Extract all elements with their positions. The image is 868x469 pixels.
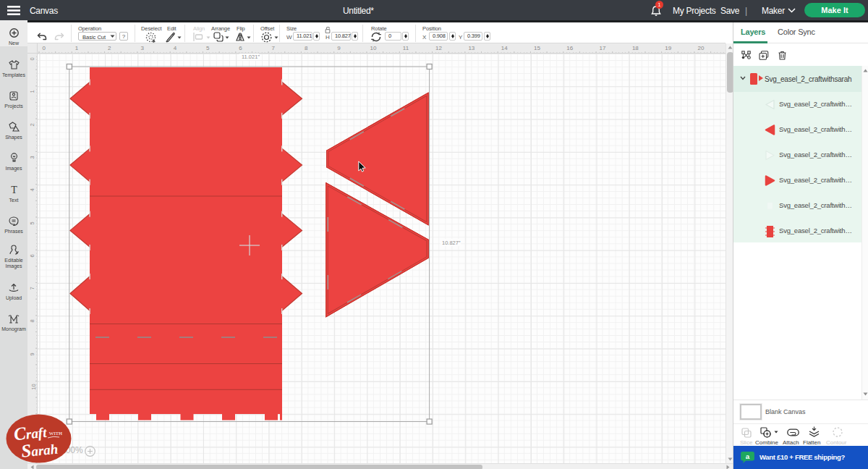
svg-text:WITH: WITH bbox=[49, 431, 62, 436]
svg-text:11.021”: 11.021” bbox=[242, 54, 260, 60]
svg-text:a: a bbox=[746, 452, 750, 460]
svg-text:T: T bbox=[11, 185, 17, 195]
svg-text:10.827”: 10.827” bbox=[442, 240, 461, 246]
